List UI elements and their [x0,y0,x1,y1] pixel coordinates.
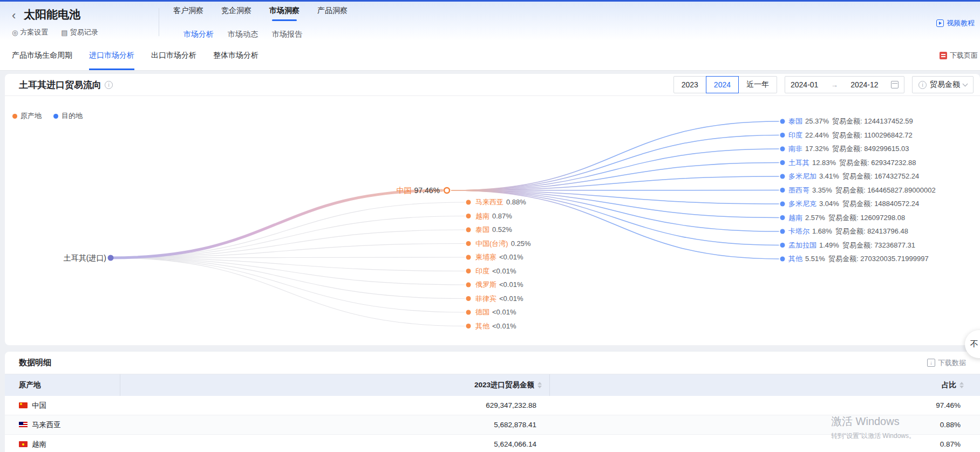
download-data-button[interactable]: ↓ 下载数据 [927,358,966,368]
tab-export-analysis[interactable]: 出口市场分析 [151,40,196,70]
year-2024-button[interactable]: 2024 [706,76,739,93]
importer-node-label[interactable]: 土耳其(进口) [42,252,106,263]
destination-node-dot[interactable] [780,243,785,248]
destination-country-link[interactable]: 墨西哥 [788,186,809,194]
hub-country-link[interactable]: 中国 [397,186,412,195]
destination-country-link[interactable]: 多米尼加 [788,172,816,180]
trade-records-link[interactable]: ▤ 贸易记录 [61,28,98,37]
origin-node-dot[interactable] [466,283,471,287]
metric-dropdown[interactable]: i 贸易金额 [912,76,974,93]
download-page-button[interactable]: 下载页面 [940,40,978,70]
destination-node-dot[interactable] [780,119,785,124]
destination-node-label: 墨西哥3.35%贸易金额: 164465827.89000002 [788,185,936,196]
origin-country-link[interactable]: 德国 [475,308,489,316]
origin-share: <0.01% [499,280,523,289]
destination-country-link[interactable]: 孟加拉国 [788,241,816,249]
origin-node-dot[interactable] [466,241,471,246]
destination-country-link[interactable]: 印度 [788,131,802,139]
table-row: 中国 629,347,232.88 97.46% [5,396,980,415]
destination-share: 1.49% [819,241,839,249]
column-header-origin[interactable]: 原产地 [5,374,120,396]
origin-country-link[interactable]: 中国(台湾) [475,239,508,248]
scheme-settings-link[interactable]: ◎ 方案设置 [12,28,48,37]
origin-share: 0.87% [492,212,512,220]
origin-node-dot[interactable] [466,228,471,232]
destination-node-dot[interactable] [780,160,785,165]
origin-share: <0.01% [499,253,523,261]
destination-node-dot[interactable] [780,229,785,234]
tab-product-insight[interactable]: 产品洞察 [317,6,348,21]
tab-customer-insight[interactable]: 客户洞察 [173,6,203,21]
destination-country-link[interactable]: 越南 [788,214,802,222]
column-header-share[interactable]: 占比 [550,374,980,396]
target-icon: ◎ [12,29,18,37]
origin-node-label: 俄罗斯<0.01% [475,279,523,290]
tab-competitor-insight[interactable]: 竞企洞察 [221,6,251,21]
origin-node-dot[interactable] [466,310,471,315]
destination-country-link[interactable]: 泰国 [788,117,802,125]
origin-share: 0.88% [506,198,526,206]
page-title: 太阳能电池 [24,7,80,22]
destination-amount: 贸易金额: 270320035.71999997 [828,255,929,263]
destination-node-dot[interactable] [780,215,785,220]
origin-link [111,258,465,326]
flow-chart: 土耳其(进口) 中国97.46% 马来西亚0.88% 越南0.87% 泰国0.5… [5,117,980,344]
download-page-label: 下载页面 [950,51,978,60]
destination-share: 3.04% [819,200,839,208]
tab-market-insight[interactable]: 市场洞察 [269,6,300,21]
tab-overall-analysis[interactable]: 整体市场分析 [213,40,258,70]
year-2023-button[interactable]: 2023 [673,76,706,93]
destination-node-dot[interactable] [780,174,785,179]
destination-amount: 贸易金额: 73236877.31 [842,241,915,249]
data-detail-card: 数据明细 ↓ 下载数据 原产地 2023进口贸易金额 占比 中国 629,347… [5,352,980,452]
origin-node-dot[interactable] [466,269,471,273]
destination-country-link[interactable]: 南非 [788,145,802,153]
destination-link [452,149,779,190]
tab-product-lifecycle[interactable]: 产品市场生命周期 [12,40,72,70]
origin-country-link[interactable]: 菲律宾 [475,295,496,303]
origin-country-link[interactable]: 印度 [475,267,489,275]
destination-node-dot[interactable] [780,133,785,138]
sort-icon[interactable] [959,380,964,391]
chart-title: 土耳其进口贸易流向 [19,79,101,91]
origin-node-dot[interactable] [466,255,471,260]
destination-country-link[interactable]: 多米尼克 [788,200,816,208]
importer-node-dot[interactable] [108,255,114,261]
destination-node-dot[interactable] [780,147,785,152]
recent-year-button[interactable]: 近一年 [738,76,777,93]
destination-country-link[interactable]: 土耳其 [788,159,809,167]
date-range-picker[interactable]: 2024-01 → 2024-12 [785,76,904,93]
video-tutorial-link[interactable]: 视频教程 [936,18,975,28]
origin-country-link[interactable]: 柬埔寨 [475,253,496,261]
share-cell: 0.87% [550,440,980,448]
hub-node-dot[interactable] [444,188,450,193]
tab-import-analysis[interactable]: 进口市场分析 [89,40,134,70]
destination-node-dot[interactable] [780,202,785,207]
origin-node-label: 越南0.87% [475,211,512,222]
origin-node-dot[interactable] [466,214,471,218]
origin-country-link[interactable]: 泰国 [475,225,489,234]
info-icon[interactable]: i [105,81,113,89]
origin-country-link[interactable]: 其他 [475,322,489,330]
origin-country-link[interactable]: 马来西亚 [475,198,503,206]
destination-node-dot[interactable] [780,257,785,262]
hub-node-label: 中国97.46% [353,185,440,196]
back-icon[interactable]: ‹ [12,9,16,23]
table-body: 中国 629,347,232.88 97.46% 马来西亚 5,682,878.… [5,396,980,452]
destination-node-label: 卡塔尔1.68%贸易金额: 82413796.48 [788,226,908,237]
column-header-amount[interactable]: 2023进口贸易金额 [120,374,550,396]
origin-node-dot[interactable] [466,324,471,328]
origin-country-link[interactable]: 俄罗斯 [475,280,496,289]
table-section-title: 数据明细 [19,358,51,368]
sort-icon[interactable] [537,380,542,391]
chart-controls: 2023 2024 近一年 2024-01 → 2024-12 i 贸易金额 [673,76,974,93]
origin-node-dot[interactable] [466,296,471,301]
origin-country-link[interactable]: 越南 [475,212,489,220]
destination-country-link[interactable]: 其他 [788,255,802,263]
destination-share: 25.37% [805,117,829,125]
flag-icon [19,422,28,428]
destination-node-dot[interactable] [780,188,785,193]
table-row: 马来西亚 5,682,878.41 0.88% [5,415,980,435]
destination-country-link[interactable]: 卡塔尔 [788,227,809,235]
origin-node-dot[interactable] [466,200,471,205]
